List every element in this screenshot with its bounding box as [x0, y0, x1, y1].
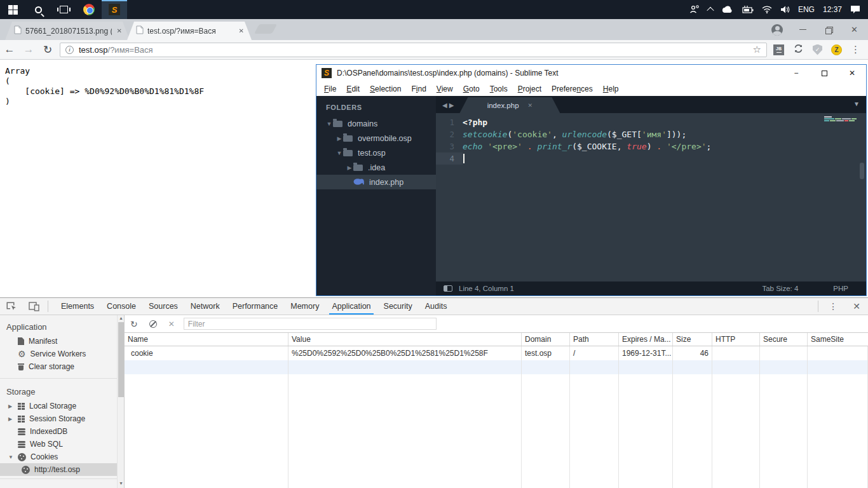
- cell-secure[interactable]: [760, 346, 808, 360]
- cell-http[interactable]: [712, 346, 760, 360]
- reload-button[interactable]: ↻: [38, 43, 57, 57]
- wifi-icon[interactable]: [762, 6, 772, 13]
- forward-button[interactable]: →: [19, 43, 38, 56]
- minimize-button[interactable]: −: [782, 65, 810, 81]
- jetbrains-extension-icon[interactable]: JB: [773, 44, 784, 55]
- tab-security[interactable]: Security: [377, 298, 419, 315]
- syntax-indicator[interactable]: PHP: [833, 285, 848, 292]
- profile-avatar-icon[interactable]: [771, 24, 783, 36]
- sidebar-toggle-icon[interactable]: [444, 285, 452, 292]
- code-area[interactable]: 1 <?php 2 setcookie('cookie', urlencode(…: [436, 113, 866, 281]
- expand-arrow-icon[interactable]: ▼: [336, 150, 343, 156]
- menu-view[interactable]: View: [431, 85, 458, 93]
- column-name[interactable]: Name: [125, 333, 288, 346]
- menu-goto[interactable]: Goto: [458, 85, 485, 93]
- maximize-button[interactable]: [810, 65, 838, 81]
- editor-scrollbar[interactable]: [860, 163, 864, 179]
- inspect-element-icon[interactable]: [0, 301, 23, 311]
- collapsed-arrow-icon[interactable]: ▶: [8, 403, 12, 409]
- column-expires[interactable]: Expires / Ma...: [619, 333, 673, 346]
- menu-project[interactable]: Project: [513, 85, 546, 93]
- editor-tab-indexphp[interactable]: index.php ✕: [459, 97, 560, 113]
- device-toolbar-icon[interactable]: [23, 302, 45, 311]
- tab-sources[interactable]: Sources: [142, 298, 184, 315]
- cell-size[interactable]: 46: [673, 346, 712, 360]
- browser-tab-2-active[interactable]: test.osp/?имя=Вася ✕: [127, 22, 252, 40]
- browser-menu-icon[interactable]: ⋮: [851, 44, 860, 55]
- cell-name[interactable]: cookie: [125, 346, 288, 360]
- browser-tab-1[interactable]: 57661_2018071513.png ( ✕: [5, 22, 130, 40]
- column-value[interactable]: Value: [288, 333, 522, 346]
- cookie-filter-input[interactable]: [184, 318, 437, 330]
- column-secure[interactable]: Secure: [760, 333, 808, 346]
- clock[interactable]: 12:37: [823, 5, 842, 14]
- minimap[interactable]: [824, 116, 857, 122]
- tab-size-indicator[interactable]: Tab Size: 4: [762, 285, 798, 292]
- menu-preferences[interactable]: Preferences: [546, 85, 598, 93]
- page-info-icon[interactable]: i: [65, 46, 74, 54]
- menu-find[interactable]: Find: [406, 85, 431, 93]
- sidebar-item-manifest[interactable]: Manifest: [0, 335, 124, 348]
- sidebar-item-local-storage[interactable]: ▶Local Storage: [0, 400, 124, 412]
- menu-file[interactable]: File: [319, 85, 341, 93]
- tree-item-indexphp[interactable]: index.php: [316, 175, 436, 189]
- expand-arrow-icon[interactable]: ▼: [8, 454, 13, 460]
- z-extension-icon[interactable]: Z: [831, 44, 842, 55]
- tab-close-icon[interactable]: ✕: [238, 26, 245, 36]
- tab-audits[interactable]: Audits: [419, 298, 454, 315]
- tree-item-idea[interactable]: ▶.idea: [316, 160, 436, 175]
- tab-memory[interactable]: Memory: [284, 298, 325, 315]
- taskbar-chrome-button[interactable]: [76, 0, 102, 19]
- onedrive-icon[interactable]: [721, 6, 733, 14]
- tab-scroll-arrows-icon[interactable]: ◀▶: [436, 102, 459, 113]
- shield-extension-icon[interactable]: ✓: [813, 44, 822, 55]
- battery-icon[interactable]: [742, 6, 754, 13]
- menu-selection[interactable]: Selection: [365, 85, 406, 93]
- collapsed-arrow-icon[interactable]: ▶: [336, 135, 343, 142]
- taskbar-sublime-button[interactable]: S: [102, 0, 127, 19]
- tab-close-icon[interactable]: ✕: [528, 102, 533, 109]
- cell-value[interactable]: %25D0%2592%25D0%25B0%25D1%2581%25D1%258F: [288, 346, 522, 360]
- column-samesite[interactable]: SameSite: [808, 333, 868, 346]
- tray-expand-icon[interactable]: [707, 7, 714, 14]
- sidebar-item-web-sql[interactable]: Web SQL: [0, 438, 124, 451]
- column-size[interactable]: Size: [673, 333, 712, 346]
- address-bar[interactable]: i test.osp/?имя=Вася ☆: [60, 43, 767, 57]
- menu-tools[interactable]: Tools: [485, 85, 513, 93]
- sidebar-item-service-workers[interactable]: ⚙Service Workers: [0, 348, 124, 360]
- column-path[interactable]: Path: [570, 333, 619, 346]
- people-icon[interactable]: [689, 5, 700, 14]
- sidebar-item-cookies[interactable]: ▼Cookies: [0, 451, 124, 463]
- close-button[interactable]: ✕: [851, 25, 858, 34]
- sublime-title-bar[interactable]: S D:\OSPanel\domains\test.osp\index.php …: [316, 65, 866, 81]
- sidebar-scrollbar[interactable]: ▲ ▼: [117, 315, 124, 488]
- tab-application[interactable]: Application: [325, 298, 377, 315]
- scrollbar-thumb[interactable]: [118, 322, 124, 397]
- cell-expires[interactable]: 1969-12-31T...: [619, 346, 673, 360]
- language-indicator[interactable]: ENG: [798, 5, 815, 14]
- collapsed-arrow-icon[interactable]: ▶: [346, 165, 353, 171]
- expand-arrow-icon[interactable]: ▼: [325, 121, 333, 127]
- action-center-icon[interactable]: [850, 5, 860, 14]
- collapsed-arrow-icon[interactable]: ▶: [8, 416, 12, 422]
- tab-overflow-icon[interactable]: ▼: [853, 100, 860, 107]
- menu-help[interactable]: Help: [598, 85, 624, 93]
- column-domain[interactable]: Domain: [522, 333, 570, 346]
- sidebar-item-session-storage[interactable]: ▶Session Storage: [0, 412, 124, 425]
- sidebar-item-cookie-testosp[interactable]: http://test.osp: [0, 463, 124, 476]
- tree-item-testosp[interactable]: ▼test.osp: [316, 146, 436, 160]
- menu-edit[interactable]: Edit: [341, 85, 365, 93]
- cell-samesite[interactable]: [808, 346, 868, 360]
- cookie-row[interactable]: cookie %25D0%2592%25D0%25B0%25D1%2581%25…: [125, 346, 868, 360]
- volume-icon[interactable]: [780, 6, 790, 13]
- tree-item-domains[interactable]: ▼domains: [316, 116, 436, 131]
- column-http[interactable]: HTTP: [712, 333, 760, 346]
- tab-elements[interactable]: Elements: [55, 298, 100, 315]
- tab-console[interactable]: Console: [100, 298, 142, 315]
- taskbar-search-button[interactable]: [25, 0, 51, 19]
- devtools-close-icon[interactable]: ✕: [845, 301, 868, 311]
- close-button[interactable]: ✕: [838, 65, 866, 81]
- new-tab-button[interactable]: [254, 24, 277, 34]
- scroll-down-icon[interactable]: ▼: [118, 480, 124, 487]
- restore-button[interactable]: [825, 27, 832, 33]
